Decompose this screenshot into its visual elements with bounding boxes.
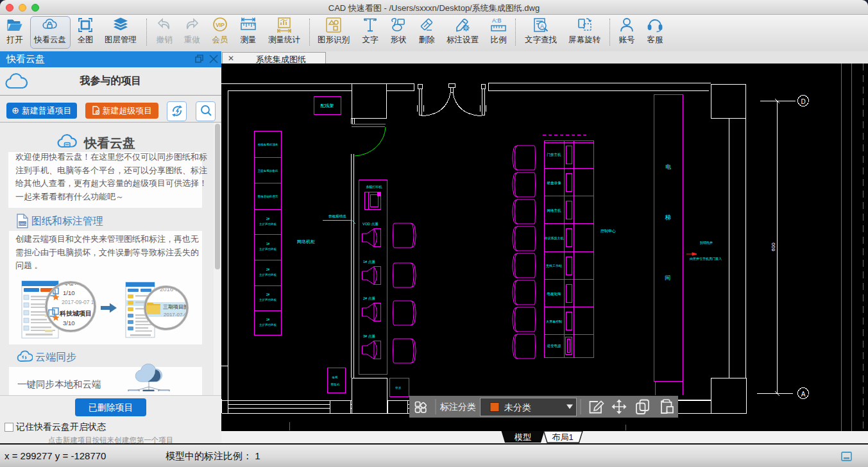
svg-text:图集机: 图集机 <box>331 383 340 386</box>
svg-text:2#: 2# <box>266 217 270 221</box>
svg-text:由竖井引至机房门禁入: 由竖井引至机房门禁入 <box>690 257 722 261</box>
svg-text:硬盘录像: 硬盘录像 <box>547 181 562 185</box>
svg-text:间: 间 <box>665 275 671 281</box>
svg-text:600: 600 <box>770 242 776 251</box>
svg-text:电视: 电视 <box>332 375 339 379</box>
svg-text:梯: 梯 <box>665 214 671 221</box>
svg-text:A: A <box>540 23 544 30</box>
svg-text:布局1: 布局1 <box>551 432 573 442</box>
svg-text:1#: 1# <box>266 242 270 246</box>
svg-text:控制中心: 控制中心 <box>600 229 616 234</box>
svg-text:1/10: 1/10 <box>63 289 75 296</box>
svg-text:有线电视机顶盒: 有线电视机顶盒 <box>258 142 278 146</box>
svg-text:网络机柜: 网络机柜 <box>297 239 315 244</box>
svg-text:科技城项目: 科技城项目 <box>59 310 92 317</box>
svg-text:3# 点播: 3# 点播 <box>363 334 375 339</box>
svg-text:网络主机: 网络主机 <box>547 208 562 213</box>
svg-text:主扩声功放板: 主扩声功放板 <box>259 273 277 276</box>
svg-text:1#: 1# <box>266 318 270 321</box>
svg-text:主扩声功放板: 主扩声功放板 <box>259 298 277 301</box>
svg-text:卫星电视接收机: 卫星电视接收机 <box>257 169 278 173</box>
svg-text:配线架: 配线架 <box>321 103 334 108</box>
svg-text:A:B: A:B <box>492 17 502 24</box>
svg-text:未分类: 未分类 <box>504 402 531 412</box>
svg-text:大屏幕控制: 大屏幕控制 <box>546 319 562 324</box>
svg-text:VOD 点播: VOD 点播 <box>362 222 379 226</box>
svg-text:模型: 模型 <box>514 432 531 442</box>
svg-text:门禁主机: 门禁主机 <box>547 153 562 157</box>
svg-text:逆变电源: 逆变电源 <box>547 344 562 348</box>
svg-text:主扩声功放板: 主扩声功放板 <box>259 247 277 251</box>
svg-text:三期项目图纸: 三期项目图纸 <box>163 304 194 310</box>
svg-text:2# 点播: 2# 点播 <box>363 296 375 301</box>
svg-text:标注分类: 标注分类 <box>439 402 476 412</box>
svg-text:会议系统主机: 会议系统主机 <box>545 236 564 241</box>
svg-text:到弱电井: 到弱电井 <box>700 241 713 245</box>
svg-text:主扩声功放板: 主扩声功放板 <box>259 222 277 226</box>
svg-text:音视频线缆: 音视频线缆 <box>328 214 346 219</box>
svg-text:2#: 2# <box>266 293 270 296</box>
svg-text:2#: 2# <box>266 268 270 271</box>
svg-text:无线工作站: 无线工作站 <box>546 264 562 268</box>
svg-text:3/10: 3/10 <box>63 319 75 327</box>
svg-text:D: D <box>801 98 805 105</box>
svg-text:主扩声功放板: 主扩声功放板 <box>259 323 277 327</box>
svg-text:2017-09-07 1: 2017-09-07 1 <box>62 299 94 305</box>
svg-text:条幅打印机: 条幅打印机 <box>366 185 382 189</box>
svg-text:1# 点播: 1# 点播 <box>363 260 375 264</box>
svg-text:DWG: DWG <box>19 222 26 226</box>
svg-text:VIP: VIP <box>216 22 225 28</box>
svg-text:A: A <box>801 391 806 398</box>
svg-text:图像基础处理器: 图像基础处理器 <box>258 194 278 198</box>
svg-text:电视矩阵: 电视矩阵 <box>547 292 562 296</box>
svg-text:饮水: 饮水 <box>395 386 402 389</box>
svg-text:电: 电 <box>666 164 672 170</box>
